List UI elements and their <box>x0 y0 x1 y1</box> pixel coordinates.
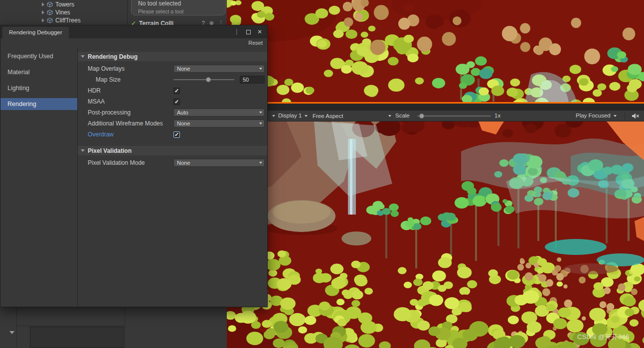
row-msaa: MSAA <box>78 96 267 107</box>
foldout-arrow-icon[interactable] <box>42 18 44 22</box>
window-controls: ⋮ ✕ <box>234 29 267 35</box>
dropdown-value: Auto <box>177 110 188 116</box>
speaker-muted-icon <box>632 113 640 119</box>
cube-icon <box>47 17 53 23</box>
scale-slider-knob[interactable] <box>419 114 424 118</box>
chevron-down-icon <box>259 112 262 114</box>
hidden-dropdown-chevron[interactable] <box>269 111 275 121</box>
close-icon[interactable]: ✕ <box>257 29 262 35</box>
map-size-slider[interactable] <box>173 79 234 80</box>
hierarchy-item-clifftrees[interactable]: CliffTrees <box>42 16 81 24</box>
row-map-overlays: Map Overlays None <box>78 63 267 74</box>
cube-icon <box>47 9 53 15</box>
field-label: Overdraw <box>88 131 173 138</box>
row-overdraw: Overdraw <box>78 129 267 140</box>
gameview-header-strip <box>227 104 644 111</box>
chevron-down-icon <box>388 115 391 117</box>
game-view-toolbar: Display 1 Free Aspect Scale 1x Play Focu… <box>227 111 644 121</box>
chevron-down-icon <box>259 162 262 164</box>
window-tab-bar: Rendering Debugger ⋮ ✕ <box>0 25 267 38</box>
cube-icon <box>47 1 53 7</box>
panel-divider <box>16 326 125 326</box>
field-label: Post-processing <box>88 109 173 116</box>
msaa-checkbox[interactable] <box>173 99 180 105</box>
sidebar-item-lighting[interactable]: Lighting <box>0 82 77 94</box>
debugger-sidebar: Frequently Used Material Lighting Render… <box>0 47 78 307</box>
field-label: Map Size <box>88 76 173 83</box>
foldout-arrow-icon[interactable] <box>42 2 44 6</box>
aspect-dropdown-label: Free Aspect <box>313 111 343 121</box>
panel-divider <box>125 307 125 348</box>
tool-settings-panel: No tool selected Please select a tool <box>131 0 226 15</box>
field-label: Pixel Validation Mode <box>88 159 173 166</box>
toolbar-separator <box>625 112 625 120</box>
field-label: Map Overlays <box>88 65 173 72</box>
row-additional-wireframe-modes: Additional Wireframe Modes None <box>78 118 267 129</box>
field-label: HDR <box>88 87 173 94</box>
reset-button[interactable]: Reset <box>248 40 263 46</box>
debugger-toolbar: Reset <box>0 38 267 47</box>
sidebar-item-rendering[interactable]: Rendering <box>0 98 77 110</box>
panel-divider <box>127 0 128 25</box>
section-header-rendering-debug[interactable]: Rendering Debug <box>78 52 267 61</box>
hierarchy-item-vines[interactable]: Vines <box>42 8 70 16</box>
panel-divider <box>16 307 17 348</box>
sidebar-item-material[interactable]: Material <box>0 66 77 78</box>
chevron-down-icon <box>305 115 308 117</box>
watermark: CSDN @开开346 <box>577 333 630 342</box>
aspect-ratio-dropdown[interactable]: Free Aspect <box>313 111 391 121</box>
field-label: Additional Wireframe Modes <box>88 120 173 127</box>
row-post-processing: Post-processing Auto <box>78 107 267 118</box>
play-focused-dropdown[interactable]: Play Focused <box>576 111 617 121</box>
scale-value: 1x <box>494 111 500 121</box>
row-pixel-validation-mode: Pixel Validation Mode None <box>78 157 267 168</box>
tool-panel-title: No tool selected <box>138 0 225 7</box>
chevron-down-icon <box>259 68 262 70</box>
scene-view-viewport[interactable] <box>227 0 644 102</box>
section-title: Rendering Debug <box>88 53 138 60</box>
row-map-size: Map Size 50 <box>78 74 267 85</box>
display-dropdown[interactable]: Display 1 <box>278 111 308 121</box>
pixel-validation-dropdown[interactable]: None <box>173 159 265 167</box>
chevron-down-icon <box>259 122 262 124</box>
debugger-content: Rendering Debug Map Overlays None Map Si… <box>78 47 267 307</box>
display-dropdown-label: Display 1 <box>278 113 302 118</box>
game-view-overdraw-render <box>227 121 644 348</box>
post-processing-dropdown[interactable]: Auto <box>173 109 265 116</box>
section-title: Pixel Validation <box>88 147 132 154</box>
field-label: MSAA <box>88 98 173 105</box>
hierarchy-item-towers[interactable]: Towers <box>42 0 74 8</box>
chevron-down-icon <box>614 115 617 117</box>
scale-label: Scale <box>395 111 410 121</box>
mute-audio-button[interactable] <box>632 113 640 119</box>
overdraw-checkbox[interactable] <box>173 131 180 138</box>
bottom-left-panel <box>30 327 124 348</box>
scale-slider[interactable] <box>417 116 491 116</box>
hdr-checkbox[interactable] <box>173 88 180 94</box>
rendering-debugger-window: Rendering Debugger ⋮ ✕ Reset Frequently … <box>0 25 268 307</box>
section-header-pixel-validation[interactable]: Pixel Validation <box>78 146 267 155</box>
foldout-open-icon[interactable] <box>81 149 85 152</box>
dropdown-value: None <box>177 160 190 166</box>
foldout-open-icon[interactable] <box>81 55 85 58</box>
foldout-arrow-icon[interactable] <box>42 10 44 14</box>
map-overlays-dropdown[interactable]: None <box>173 65 265 73</box>
kebab-menu-icon[interactable]: ⋮ <box>234 29 240 35</box>
map-size-field[interactable]: 50 <box>240 76 265 84</box>
game-view-viewport[interactable] <box>227 121 644 348</box>
slider-knob[interactable] <box>206 77 211 82</box>
play-focused-label: Play Focused <box>576 113 611 118</box>
hierarchy-item-label: CliffTrees <box>55 17 81 24</box>
dropdown-value: None <box>177 66 190 72</box>
scene-view-overdraw-render <box>227 0 644 102</box>
maximize-icon[interactable] <box>246 30 251 34</box>
scroll-down-icon[interactable] <box>9 331 14 334</box>
debugger-body: Frequently Used Material Lighting Render… <box>0 47 267 307</box>
wireframe-modes-dropdown[interactable]: None <box>173 119 265 127</box>
tab-rendering-debugger[interactable]: Rendering Debugger <box>2 27 69 38</box>
tool-panel-subtitle: Please select a tool <box>138 8 225 14</box>
row-hdr: HDR <box>78 85 267 96</box>
sidebar-item-frequently-used[interactable]: Frequently Used <box>0 50 77 62</box>
chevron-down-icon <box>272 115 275 117</box>
hierarchy-item-label: Towers <box>55 1 74 8</box>
